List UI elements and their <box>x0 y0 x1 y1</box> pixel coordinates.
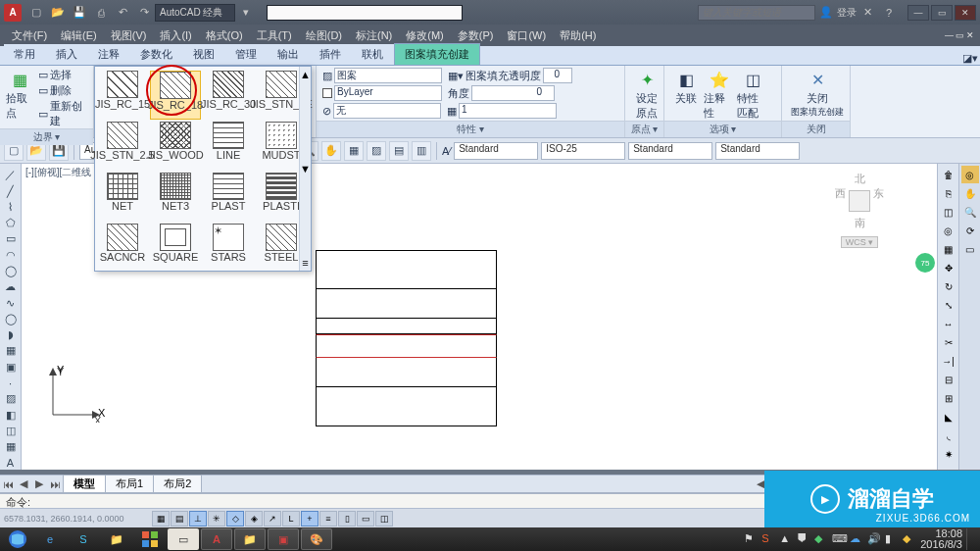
line-tool-icon[interactable]: ／ <box>3 168 19 182</box>
hatch-net[interactable]: NET <box>97 173 148 222</box>
grid-button[interactable]: ▤ <box>171 511 188 526</box>
erase-tool-icon[interactable]: 🗑 <box>940 166 957 183</box>
menu-format[interactable]: 格式(O) <box>200 26 249 45</box>
menu-tools[interactable]: 工具(T) <box>251 26 298 45</box>
navbar-orbit-icon[interactable]: ⟳ <box>961 222 979 239</box>
wcs-dropdown[interactable]: WCS ▾ <box>841 236 879 248</box>
doc-close-icon[interactable]: ✕ <box>966 30 974 40</box>
ortho-button[interactable]: ⊥ <box>189 511 207 526</box>
coords-readout[interactable]: 6578.1031, 2660.1914, 0.0000 <box>4 514 151 524</box>
tray-ime-icon[interactable]: ⌨ <box>832 532 846 546</box>
minimize-button[interactable]: — <box>907 5 929 21</box>
layout-first-icon[interactable]: ⏮ <box>0 478 16 490</box>
tb-icon-10[interactable]: ▤ <box>389 141 409 161</box>
app-logo[interactable]: A <box>4 4 22 22</box>
circle-tool-icon[interactable]: ◯ <box>3 264 19 277</box>
arc-tool-icon[interactable]: ◠ <box>3 248 19 262</box>
qat-more-icon[interactable]: ▾ <box>237 4 255 22</box>
dyn-button[interactable]: + <box>301 511 318 526</box>
menu-insert[interactable]: 插入(I) <box>154 26 197 45</box>
layout-next-icon[interactable]: ▶ <box>31 477 47 490</box>
move-tool-icon[interactable]: ✥ <box>940 259 957 276</box>
annot-button[interactable]: ⭐注释性 <box>704 68 735 121</box>
show-desktop-button[interactable] <box>966 528 974 550</box>
select-button[interactable]: ▭选择 <box>38 68 87 82</box>
task-autocad-icon[interactable]: A <box>201 528 232 550</box>
menu-window[interactable]: 窗口(W) <box>501 26 552 45</box>
layout1-tab[interactable]: 布局1 <box>105 475 154 493</box>
menu-draw[interactable]: 绘图(D) <box>300 26 348 45</box>
tray-flag-icon[interactable]: ⚑ <box>744 532 758 546</box>
layout2-tab[interactable]: 布局2 <box>153 475 202 493</box>
menu-file[interactable]: 文件(F) <box>6 26 53 45</box>
osnap-button[interactable]: ◇ <box>226 511 244 526</box>
offset-tool-icon[interactable]: ◎ <box>940 222 957 239</box>
table-tool-icon[interactable]: ▦ <box>3 440 19 454</box>
task-switch-icon[interactable] <box>134 528 166 550</box>
qat-save-icon[interactable]: 💾 <box>71 4 88 22</box>
hatch-line[interactable]: LINE <box>203 122 254 171</box>
menu-edit[interactable]: 编辑(E) <box>55 26 103 45</box>
gallery-scrollbar[interactable]: ▲▼≡ <box>299 67 311 271</box>
qat-new-icon[interactable]: ▢ <box>27 4 45 22</box>
qat-redo-icon[interactable]: ↷ <box>135 4 153 22</box>
layout-prev-icon[interactable]: ◀ <box>16 477 31 490</box>
navbar-pan-icon[interactable]: ✋ <box>961 184 979 202</box>
xline-tool-icon[interactable]: ╱ <box>3 184 19 198</box>
tray-blue-icon[interactable]: ☁ <box>850 532 863 546</box>
rtab-insert[interactable]: 插入 <box>46 44 88 65</box>
maximize-button[interactable]: ▭ <box>931 5 953 21</box>
polar-button[interactable]: ✳ <box>208 511 225 526</box>
navbar-zoom-icon[interactable]: 🔍 <box>961 203 979 221</box>
sc-button[interactable]: ◫ <box>375 511 393 526</box>
qp-button[interactable]: ▭ <box>357 511 374 526</box>
login-label[interactable]: 登录 <box>837 6 857 20</box>
exchange-icon[interactable]: ✕ <box>858 4 876 22</box>
tb-icon-11[interactable]: ▥ <box>412 141 431 161</box>
menu-view[interactable]: 视图(V) <box>105 26 153 45</box>
workspace-dropdown[interactable]: AutoCAD 经典 <box>155 4 235 22</box>
title-input[interactable] <box>267 5 463 21</box>
region-tool-icon[interactable]: ◫ <box>3 424 19 437</box>
chamfer-tool-icon[interactable]: ◣ <box>940 408 957 426</box>
tray-shield-icon[interactable]: ⛊ <box>797 532 810 546</box>
task-generic-icon[interactable]: ▭ <box>168 528 199 550</box>
fillet-tool-icon[interactable]: ◟ <box>940 426 957 444</box>
rtab-addins[interactable]: 插件 <box>310 44 352 65</box>
hatch-jis-rc-15[interactable]: JIS_RC_15 <box>97 71 148 120</box>
hatch-jis-wood[interactable]: JIS_WOOD <box>150 122 201 171</box>
extend-tool-icon[interactable]: →| <box>940 352 957 370</box>
pick-point-button[interactable]: ▦ 拾取点 <box>6 68 34 128</box>
hatch-tool-icon[interactable]: ▨ <box>3 392 19 406</box>
viewport-label[interactable]: [-][俯视][二维线 <box>25 166 91 179</box>
panel-options-title[interactable]: 选项 ▾ <box>664 121 781 137</box>
hatch-jis-stn-25[interactable]: JIS_STN_2.5 <box>97 122 148 171</box>
lwt-button[interactable]: ≡ <box>319 511 337 526</box>
task-explorer-icon[interactable]: 📁 <box>101 528 132 550</box>
snap-button[interactable]: ▦ <box>152 511 170 526</box>
notification-bubble[interactable]: 75 <box>915 253 935 273</box>
menu-dim[interactable]: 标注(N) <box>350 26 398 45</box>
3dosnap-button[interactable]: ◈ <box>245 511 263 526</box>
task-folder-icon[interactable]: 📁 <box>234 528 266 550</box>
pline-tool-icon[interactable]: ⌇ <box>3 200 19 214</box>
tablestyle-dd[interactable]: Standard <box>628 142 712 160</box>
hatch-plast[interactable]: PLAST <box>203 173 254 222</box>
none-dropdown[interactable]: 无 <box>333 103 441 119</box>
ducs-button[interactable]: L <box>282 511 300 526</box>
block-tool-icon[interactable]: ▣ <box>3 360 19 374</box>
hatch-square[interactable]: SQUARE <box>150 224 201 273</box>
dimstyle-dd[interactable]: ISO-25 <box>541 142 625 160</box>
hatch-stars[interactable]: ✶STARS <box>203 224 254 273</box>
set-origin-button[interactable]: ✦ 设定 原点 <box>631 68 662 121</box>
menu-modify[interactable]: 修改(M) <box>400 26 450 45</box>
break-tool-icon[interactable]: ⊟ <box>940 371 957 388</box>
tray-yellow-icon[interactable]: ◆ <box>903 532 916 546</box>
hatch-jis-rc-30[interactable]: JIS_RC_30 <box>203 71 254 120</box>
mode-dropdown[interactable]: 图案 <box>334 68 442 83</box>
navbar-wheel-icon[interactable]: ◎ <box>961 166 979 183</box>
task-skype-icon[interactable]: S <box>68 528 99 550</box>
menu-help[interactable]: 帮助(H) <box>554 26 602 45</box>
insert-tool-icon[interactable]: ▦ <box>3 344 19 358</box>
rtab-output[interactable]: 输出 <box>268 44 310 65</box>
